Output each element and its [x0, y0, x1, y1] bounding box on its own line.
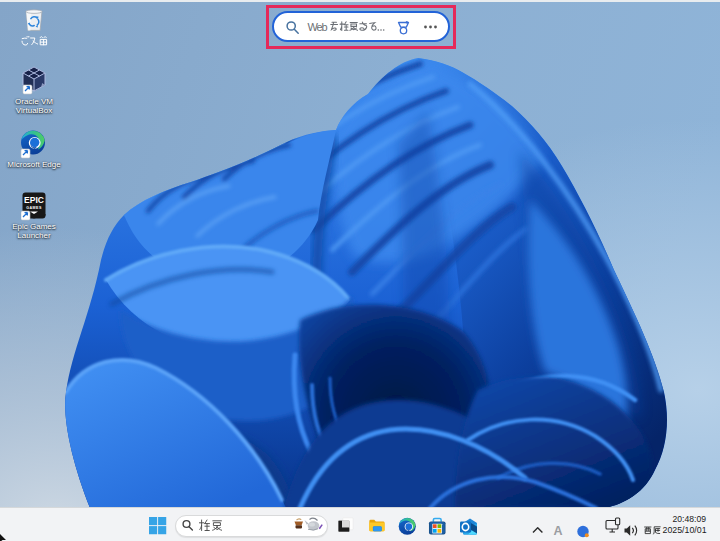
svg-text:EPIC: EPIC — [24, 195, 44, 205]
svg-text:Web: Web — [308, 21, 328, 33]
svg-text:A: A — [554, 524, 563, 538]
svg-text:2025/10/01: 2025/10/01 — [663, 525, 707, 535]
svg-text:GAMES: GAMES — [26, 206, 42, 210]
